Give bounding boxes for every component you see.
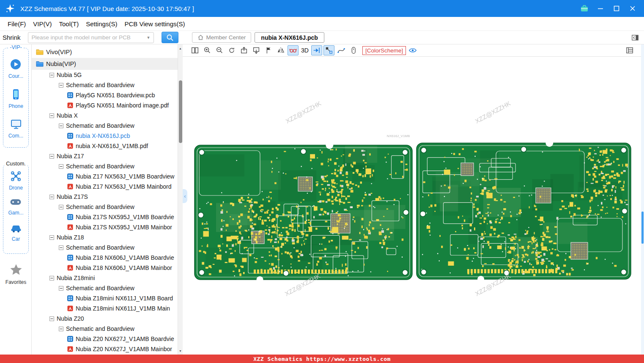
visibility-eye-icon[interactable] <box>407 45 418 55</box>
tree-scrollbar[interactable]: ▲ ▼ <box>178 44 183 355</box>
tree-item[interactable]: Nubia Z17S NX595J_V1MB Boardvie <box>32 212 178 222</box>
collapse-minus-icon[interactable] <box>49 276 54 280</box>
vip-briefcase-icon[interactable] <box>580 4 589 13</box>
sidebar-item-favorites[interactable]: Favorites <box>0 264 32 285</box>
gamepad-icon <box>10 198 22 209</box>
canvas-vscrollbar-thumb[interactable] <box>641 212 644 244</box>
tree-item[interactable]: Nubia Z18mini NX611J_V1MB Main <box>32 303 178 314</box>
tree-item[interactable]: Nubia Z18 NX606J_V1AMB Boardvie <box>32 253 178 263</box>
tree-item[interactable]: Schematic and Boardview <box>32 80 178 90</box>
tree-item[interactable]: Schematic and Boardview <box>32 283 178 293</box>
search-button[interactable] <box>162 32 178 43</box>
tree-item[interactable]: Nubia Z20 <box>32 314 178 324</box>
search-tab-row: Shrink ▼ Member Center nubia X-NX616J.pc… <box>0 31 644 44</box>
menu-settings[interactable]: Settings(S) <box>86 20 117 28</box>
collapse-minus-icon[interactable] <box>49 195 54 199</box>
tree-item[interactable]: Schematic and Boardview <box>32 242 178 253</box>
tree-item-label: Nubia X <box>57 112 78 119</box>
collapse-minus-icon[interactable] <box>49 73 54 77</box>
scroll-down-icon[interactable]: ▼ <box>178 348 183 354</box>
tree-item[interactable]: Nubia Z17 <box>32 151 178 161</box>
zoom-in-icon[interactable] <box>202 45 213 55</box>
tree-item[interactable]: Nubia Z17S <box>32 192 178 202</box>
tree-item[interactable]: Nubia Z17S NX595J_V1MB Mainbor <box>32 222 178 232</box>
tree-item[interactable]: Schematic and Boardview <box>32 161 178 171</box>
sidebar-item-drone[interactable]: Drone <box>9 170 23 191</box>
tree-item[interactable]: Schematic and Boardview <box>32 202 178 212</box>
tree-item[interactable]: nubia X-NX616J_V1MB.pdf <box>32 141 178 151</box>
colorscheme-button[interactable]: [ColorScheme] <box>362 46 406 55</box>
tree-item[interactable]: Nubia Z20 NX627J_V1AMB Mainbor <box>32 344 178 354</box>
menu-file[interactable]: File(F) <box>8 20 26 28</box>
maximize-button[interactable] <box>612 4 621 13</box>
tree-item[interactable]: Nubia Z20 NX627J_V1AMB Boardvie <box>32 334 178 344</box>
mouse-pan-icon[interactable] <box>348 45 359 55</box>
tree-item[interactable]: Nubia Z18mini <box>32 273 178 283</box>
tree-scrollbar-thumb[interactable] <box>179 80 182 143</box>
tree-item[interactable]: Schematic and Boardview <box>32 324 178 334</box>
net-probe-icon[interactable] <box>323 45 334 55</box>
tree-item[interactable]: Play5G NX651 Mainbord image.pdf <box>32 100 178 110</box>
flag-icon[interactable] <box>263 45 274 55</box>
model-search-combobox[interactable]: ▼ <box>28 32 154 43</box>
sidebar-item-game[interactable]: Gam... <box>8 198 23 216</box>
tree-item[interactable]: Schematic and Boardview <box>32 121 178 131</box>
tree-item[interactable]: Nubia(VIP) <box>32 58 178 70</box>
layer-list-icon[interactable] <box>624 45 635 55</box>
tree-item[interactable]: Vivo(VIP) <box>32 46 178 58</box>
tree-item[interactable]: Nubia Z18mini NX611J_V1MB Board <box>32 293 178 303</box>
tree-item[interactable]: Nubia Z18 <box>32 232 178 242</box>
sidebar-item-label: Favorites <box>5 279 26 285</box>
member-center-button[interactable]: Member Center <box>192 32 252 43</box>
sidebar-item-phone[interactable]: Phone <box>8 88 23 109</box>
collapse-minus-icon[interactable] <box>59 205 63 209</box>
glasses-3d-icon[interactable] <box>288 45 299 55</box>
tree-item[interactable]: Nubia Z17 NX563J_V1MB Mainbord <box>32 182 178 192</box>
split-view-icon[interactable] <box>189 45 200 55</box>
menu-tool[interactable]: Tool(T) <box>59 20 79 28</box>
mirror-flip-icon[interactable] <box>275 45 286 55</box>
collapse-minus-icon[interactable] <box>59 124 63 128</box>
collapse-minus-icon[interactable] <box>49 316 54 321</box>
curve-measure-icon[interactable] <box>336 45 347 55</box>
tab-nubia-x-nx616j[interactable]: nubia X-NX616J.pcb <box>255 32 324 43</box>
scroll-up-icon[interactable]: ▲ <box>178 45 183 51</box>
top-layer-icon[interactable] <box>238 45 249 55</box>
collapse-minus-icon[interactable] <box>59 83 63 88</box>
pcb-file-icon <box>67 255 73 261</box>
canvas-vscrollbar[interactable] <box>641 44 644 355</box>
collapse-minus-icon[interactable] <box>49 235 54 240</box>
menu-pcb-view-settings[interactable]: PCB View settings(S) <box>124 20 185 28</box>
combo-dropdown-icon[interactable]: ▼ <box>147 36 151 40</box>
collapse-minus-icon[interactable] <box>49 113 54 118</box>
pcb-canvas[interactable] <box>183 57 641 355</box>
sidebar-item-course[interactable]: Cour... <box>8 58 23 79</box>
view-3d-button[interactable]: 3D <box>301 47 309 54</box>
minimize-button[interactable] <box>596 4 605 13</box>
collapse-minus-icon[interactable] <box>59 286 63 291</box>
collapse-minus-icon[interactable] <box>59 164 63 169</box>
tree-item[interactable]: Nubia 5G <box>32 70 178 80</box>
collapse-minus-icon[interactable] <box>59 245 63 250</box>
menu-vip[interactable]: VIP(V) <box>33 20 52 28</box>
sidebar-item-computer[interactable]: Com... <box>8 118 23 139</box>
next-point-icon[interactable] <box>311 45 322 55</box>
collapse-panel-icon[interactable] <box>631 34 639 41</box>
refresh-view-icon[interactable] <box>226 45 237 55</box>
bottom-layer-icon[interactable] <box>251 45 262 55</box>
tree-item-label: Schematic and Boardview <box>66 163 134 170</box>
shrink-button[interactable]: Shrink <box>3 34 21 41</box>
collapse-minus-icon[interactable] <box>49 154 54 159</box>
tree-item[interactable]: Nubia X <box>32 110 178 121</box>
computer-icon <box>10 118 22 132</box>
sidebar-item-car[interactable]: Car <box>10 223 22 242</box>
model-search-input[interactable] <box>28 34 147 41</box>
collapse-tree-handle[interactable]: ‹ <box>183 189 187 203</box>
tree-item[interactable]: Nubia Z17 NX563J_V1MB Boardview <box>32 171 178 182</box>
tree-item[interactable]: Play5G NX651 Boardview.pcb <box>32 90 178 100</box>
collapse-minus-icon[interactable] <box>59 327 63 331</box>
close-button[interactable] <box>628 4 637 13</box>
tree-item[interactable]: Nubia Z18 NX606J_V1AMB Mainbor <box>32 263 178 273</box>
zoom-out-icon[interactable] <box>214 45 225 55</box>
tree-item[interactable]: nubia X-NX616J.pcb <box>32 131 178 141</box>
